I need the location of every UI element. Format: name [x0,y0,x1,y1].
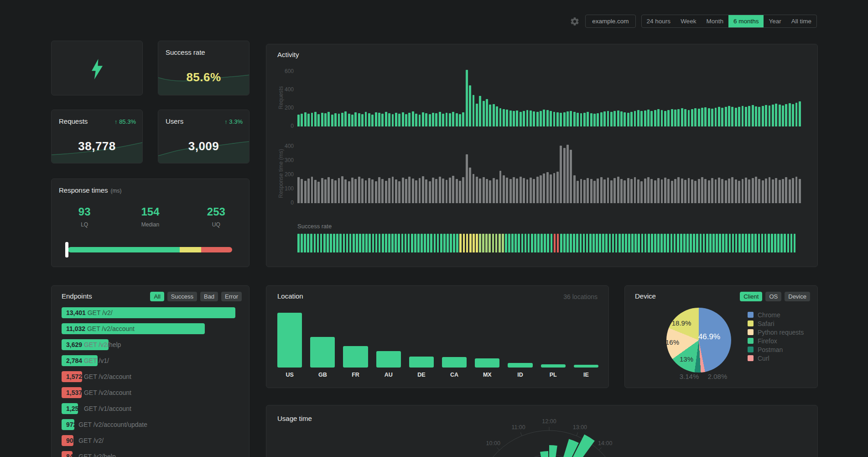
endpoint-count: 13,401 [66,309,86,316]
bar [775,104,777,126]
bar [528,234,530,252]
y-tick: 100 [275,185,294,192]
bar [732,234,734,252]
bar [667,234,669,252]
bar [456,113,458,126]
range-tab-month[interactable]: Month [701,15,728,27]
bar [437,234,439,252]
bar [799,179,801,203]
bar [617,177,619,203]
filter-all[interactable]: All [150,292,164,301]
device-tab-client[interactable]: Client [740,292,762,301]
gear-icon[interactable] [570,16,580,26]
bar [708,108,710,126]
bar [372,234,374,252]
range-tab-6-months[interactable]: 6 months [728,15,764,27]
bar [509,179,512,203]
bar [745,107,747,126]
bar [348,181,350,203]
bar [577,181,579,203]
bar [583,113,586,126]
device-tab-os[interactable]: OS [765,292,781,301]
bar [381,179,384,203]
slider-handle[interactable] [65,242,68,257]
location-bar-fr: FR [343,310,368,378]
filter-bad[interactable]: Bad [200,292,218,301]
bar [779,105,781,126]
endpoint-row[interactable]: 1,537 GET /v2/account [62,387,239,398]
bar [785,104,787,126]
bar [369,234,371,252]
endpoint-row[interactable]: 903 GET /v2/ [62,435,239,446]
range-tab-all-time[interactable]: All time [786,15,816,27]
bar [358,113,360,126]
endpoint-row[interactable]: 13,401 GET /v2/ [62,307,239,318]
pie-percent-curl: 2.08% [708,373,728,380]
bar [780,234,783,252]
legend-swatch [748,338,754,344]
endpoint-row[interactable]: 3,629 GET /v2/help [62,339,239,350]
device-panel: Device ClientOSDevice 46.9%18.9%16%13%3.… [624,285,818,388]
bar [354,112,357,126]
location-bar-ie: IE [574,310,598,378]
bar [712,234,715,252]
location-label: PL [541,372,566,378]
y-tick: 400 [275,143,294,149]
bar [385,234,387,252]
bar [567,111,569,126]
bar [317,114,320,126]
bar [432,113,434,126]
location-bar-au: AU [376,310,401,378]
bar [654,180,656,203]
bar [540,175,542,203]
bar [593,114,596,126]
bar [408,234,410,252]
bar [513,111,515,126]
filter-error[interactable]: Error [221,292,242,301]
bar [304,234,306,252]
bar [680,234,682,252]
bar [597,113,599,126]
bar [469,168,471,203]
endpoint-path: GET /v2/account [85,325,135,332]
bar [610,112,613,126]
bar [499,108,502,126]
range-tab-24-hours[interactable]: 24 hours [642,15,676,27]
endpoint-row[interactable]: 2,784 GET /v1/ [62,355,239,366]
bar [452,112,454,126]
endpoint-row[interactable]: 1,572 GET /v2/account [62,371,239,382]
bar [782,105,784,126]
logo-card[interactable] [51,41,143,95]
range-tab-year[interactable]: Year [764,15,786,27]
bar [408,177,411,203]
bar [590,179,593,203]
domain-selector[interactable]: example.com [585,15,635,28]
bar [574,365,598,368]
endpoint-row[interactable]: 972 GET /v2/account/update [62,419,239,430]
bar [573,234,575,252]
bar [729,234,731,252]
response-times-slider-track[interactable] [68,247,232,252]
location-label: ID [508,372,532,378]
y-tick: 0 [275,200,294,206]
location-bar-us: US [277,310,302,378]
endpoint-row[interactable]: 11,032 GET /v2/account [62,323,239,334]
bar [607,178,609,203]
endpoint-row[interactable]: 849 GET /v2/help [62,451,239,457]
bar [728,106,730,126]
bar [698,179,700,203]
bar [476,104,478,126]
bar [439,112,441,126]
bar [381,114,384,126]
filter-success[interactable]: Success [167,292,197,301]
endpoint-row[interactable]: 1,256 GET /v1/account [62,403,239,414]
device-tab-device[interactable]: Device [785,292,810,301]
pie-percent-chrome: 46.9% [698,332,720,341]
range-tab-week[interactable]: Week [676,15,701,27]
bar [600,112,603,126]
bar [422,176,424,203]
bar [346,234,348,252]
location-label: MX [475,372,499,378]
location-panel: Location 36 locations USGBFRAUDECAMXIDPL… [266,285,609,388]
bar [307,234,309,252]
